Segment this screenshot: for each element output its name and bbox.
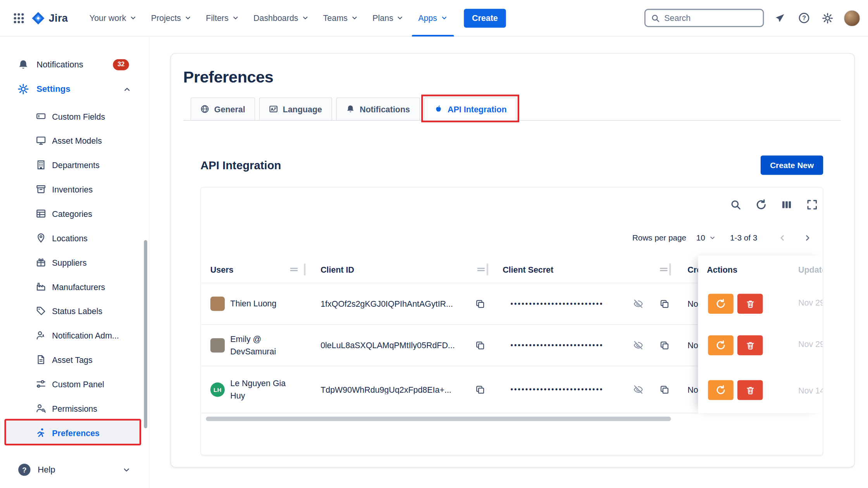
fullscreen-icon (806, 199, 818, 210)
sidebar-item-preferences[interactable]: Preferences (6, 421, 140, 445)
nav-item-label: Projects (151, 13, 181, 22)
trash-icon (746, 385, 755, 395)
column-resize-icon[interactable] (289, 265, 299, 275)
table-search-button[interactable] (730, 199, 742, 211)
table-refresh-button[interactable] (755, 199, 767, 211)
sidebar-item-label: Notification Adm... (52, 331, 119, 340)
sidebar-item-label: Preferences (52, 428, 100, 437)
actions-cell (708, 335, 763, 355)
delete-token-button[interactable] (737, 335, 763, 355)
sidebar-item-custom-panel[interactable]: Custom Panel (0, 372, 149, 396)
app-switcher-button[interactable] (11, 10, 27, 26)
sidebar-item-permissions[interactable]: Permissions (0, 396, 149, 421)
refresh-icon (716, 385, 726, 395)
copy-client-id-button[interactable] (474, 383, 486, 395)
sidebar-item-locations[interactable]: Locations (0, 226, 149, 250)
column-resize-icon[interactable] (476, 265, 486, 275)
user-name: Emily @ DevSamurai (230, 333, 296, 357)
nav-item-dashboards[interactable]: Dashboards (246, 0, 316, 36)
sidebar-item-manufacturers[interactable]: Manufacturers (0, 275, 149, 299)
help-button[interactable] (796, 10, 811, 26)
column-divider[interactable] (304, 263, 305, 275)
sidebar-item-settings[interactable]: Settings (0, 77, 149, 101)
horizontal-scrollbar-thumb[interactable] (206, 417, 671, 421)
bell-icon (18, 59, 29, 70)
tab-language[interactable]: Language (259, 97, 332, 120)
settings-button[interactable] (820, 10, 835, 26)
fullscreen-button[interactable] (806, 199, 818, 211)
nav-item-apps[interactable]: Apps (411, 0, 455, 36)
refresh-icon (716, 299, 726, 309)
search-input[interactable] (664, 13, 747, 22)
copy-client-id-button[interactable] (474, 298, 486, 310)
question-mark-icon (798, 12, 809, 24)
user-name: Thien Luong (230, 298, 296, 310)
nav-item-plans[interactable]: Plans (365, 0, 411, 36)
copy-client-id-button[interactable] (474, 339, 486, 351)
categories-icon (36, 209, 46, 219)
copy-icon (660, 340, 669, 350)
copy-client-secret-button[interactable] (658, 339, 670, 351)
prev-page-button[interactable] (774, 230, 790, 246)
avatar: LH (210, 382, 225, 397)
trash-icon (746, 340, 755, 350)
sidebar-item-inventories[interactable]: Inventories (0, 177, 149, 201)
search-icon (730, 199, 741, 210)
user-cell: LH Le Nguyen Gia Huy (210, 378, 315, 402)
sidebar-item-notification-admin[interactable]: Notification Adm... (0, 323, 149, 347)
sidebar-item-help[interactable]: ? Help (0, 452, 149, 488)
tabs-row: General Language Notifications API Integ… (183, 97, 841, 120)
sidebar-item-custom-fields[interactable]: Custom Fields (0, 104, 149, 129)
regenerate-token-button[interactable] (708, 294, 734, 314)
jira-app: Jira Your work Projects Filters Dashboar… (0, 0, 868, 488)
delete-token-button[interactable] (737, 294, 763, 314)
tab-label: Notifications (360, 104, 410, 113)
toggle-secret-visibility-button[interactable] (632, 339, 644, 351)
column-resize-icon[interactable] (659, 265, 669, 275)
sidebar-item-asset-models[interactable]: Asset Models (0, 128, 149, 153)
toggle-secret-visibility-button[interactable] (632, 383, 644, 395)
nav-item-your-work[interactable]: Your work (82, 0, 144, 36)
tab-general[interactable]: General (190, 97, 255, 120)
delete-token-button[interactable] (737, 380, 763, 400)
toggle-secret-visibility-button[interactable] (632, 298, 644, 310)
rows-per-page-select[interactable]: 10 (696, 234, 716, 242)
nav-item-projects[interactable]: Projects (144, 0, 199, 36)
client-secret-mask: ••••••••••••••••••••••••• (510, 385, 628, 393)
nav-item-label: Teams (323, 13, 348, 22)
create-new-button[interactable]: Create New (761, 155, 823, 175)
sidebar-scrollbar-thumb[interactable] (144, 240, 147, 428)
announcements-button[interactable] (772, 10, 788, 26)
regenerate-token-button[interactable] (708, 335, 734, 355)
sidebar-item-departments[interactable]: Departments (0, 153, 149, 177)
nav-item-filters[interactable]: Filters (199, 0, 246, 36)
search-box[interactable] (644, 9, 764, 27)
sidebar-item-asset-tags[interactable]: Asset Tags (0, 347, 149, 372)
column-divider[interactable] (487, 263, 488, 275)
column-settings-button[interactable] (780, 199, 792, 211)
avatar-initials: LH (214, 386, 222, 393)
user-avatar[interactable] (844, 10, 860, 26)
column-divider[interactable] (669, 263, 671, 275)
regenerate-token-button[interactable] (708, 380, 734, 400)
nav-item-teams[interactable]: Teams (316, 0, 365, 36)
created-value: Nov (687, 299, 699, 308)
sidebar-item-status-labels[interactable]: Status Labels (0, 299, 149, 323)
preferences-card: Preferences General Language Notificatio… (170, 53, 855, 467)
tab-api-integration[interactable]: API Integration (424, 97, 517, 120)
sidebar-item-label: Custom Panel (52, 379, 104, 388)
next-page-button[interactable] (799, 230, 816, 246)
tab-notifications[interactable]: Notifications (336, 97, 420, 120)
create-button[interactable]: Create (464, 9, 506, 27)
sidebar-item-notifications[interactable]: Notifications 32 (0, 53, 149, 77)
sidebar-item-suppliers[interactable]: Suppliers (0, 250, 149, 275)
departments-icon (36, 160, 46, 170)
notifications-badge: 32 (113, 59, 129, 70)
help-icon: ? (18, 464, 30, 476)
sidebar-item-label: Settings (36, 84, 70, 94)
app-grid-icon (13, 12, 25, 24)
copy-client-secret-button[interactable] (658, 383, 670, 395)
sidebar-item-categories[interactable]: Categories (0, 201, 149, 226)
copy-client-secret-button[interactable] (658, 298, 670, 310)
jira-logo[interactable]: Jira (31, 11, 68, 25)
